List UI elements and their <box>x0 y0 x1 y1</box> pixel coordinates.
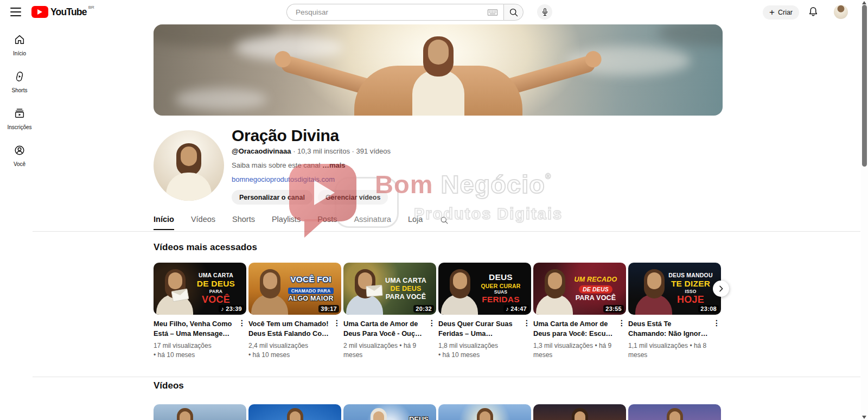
video-title[interactable]: Uma Carta de Amor de Deus para Você: Esc… <box>533 319 615 338</box>
notifications-button[interactable] <box>807 6 819 18</box>
sidebar-item-inscrições[interactable]: Inscrições <box>0 103 39 135</box>
video-thumbnail[interactable] <box>154 404 246 420</box>
voice-search-button[interactable] <box>537 4 552 20</box>
channel-external-link[interactable]: bomnegocioprodutosdigitais.com <box>232 175 335 183</box>
tab-posts[interactable]: Posts <box>317 215 337 230</box>
channel-tabs: InícioVídeosShortsPlaylistsPostsAssinatu… <box>154 215 449 230</box>
tab-início[interactable]: Início <box>154 215 174 230</box>
thumbnail-text: DEUSQUER CURARSUASFERIDAS <box>472 272 529 305</box>
manage-videos-button[interactable]: Gerenciar vídeos <box>318 190 388 205</box>
video-thumbnail[interactable]: VOCÊ FOICHAMADO PARAALGO MAIOR 39:17 <box>248 263 341 315</box>
tabs-search-icon[interactable] <box>439 215 449 227</box>
video-title[interactable]: Você Tem um Chamado! Deus Está Falando C… <box>248 319 330 338</box>
thumbnail-text: UMA CARTADE DEUSPARAVOCÊ <box>187 272 245 306</box>
create-button[interactable]: + Criar <box>763 5 799 20</box>
create-button-label: Criar <box>778 9 793 16</box>
video-meta: 2,4 mil visualizações • há 10 meses <box>248 341 341 360</box>
bell-icon <box>807 6 819 18</box>
tab-loja[interactable]: Loja <box>408 215 423 230</box>
video-title[interactable]: Deus Está Te Chamando: Não Ignore Essa M… <box>628 319 710 338</box>
channel-about-text: Saiba mais sobre este canal <box>232 161 322 169</box>
thumbnail-figure-face <box>180 411 190 420</box>
account-avatar[interactable] <box>834 5 848 19</box>
sidebar-item-início[interactable]: Início <box>0 29 39 61</box>
plus-icon: + <box>769 8 775 17</box>
video-title[interactable]: Deus Quer Curar Suas Feridas – Uma Mensa… <box>438 319 520 338</box>
sidebar-item-shorts[interactable]: Shorts <box>0 66 39 98</box>
thumbnail-text: DEUS <box>409 415 429 420</box>
you-icon <box>14 144 25 158</box>
carousel-next-button[interactable] <box>713 281 729 297</box>
avatar-figure-face <box>181 147 197 166</box>
youtube-logo[interactable]: YouTube BR <box>31 6 94 18</box>
thumbnail-figure-face <box>669 411 680 420</box>
search-icon <box>508 7 519 17</box>
search-box[interactable] <box>286 4 503 21</box>
video-menu-icon[interactable]: ⋮ <box>522 319 531 338</box>
watermark-registered-mark: ® <box>545 172 551 181</box>
sidebar-item-label: Shorts <box>12 87 28 93</box>
tab-shorts[interactable]: Shorts <box>232 215 255 230</box>
channel-description[interactable]: Saiba mais sobre este canal …mais <box>232 161 346 169</box>
video-duration-badge: 23:08 <box>698 305 719 313</box>
videos-grid-row: DEUS <box>154 404 724 420</box>
video-duration-badge: ♪ 23:39 <box>219 305 244 313</box>
channel-banner <box>154 24 723 116</box>
sidebar-item-label: Você <box>14 161 25 167</box>
more-link[interactable]: …mais <box>322 161 346 169</box>
subscriptions-icon <box>14 107 25 122</box>
video-meta: 2 mil visualizações • há 9 meses <box>343 341 436 360</box>
scrollbar-down-arrow-icon[interactable] <box>862 416 866 419</box>
video-duration-badge: 23:55 <box>603 305 624 313</box>
video-menu-icon[interactable]: ⋮ <box>712 319 721 338</box>
scrollbar-up-arrow-icon[interactable] <box>862 1 866 4</box>
channel-stats: · 10,3 mil inscritos · 391 vídeos <box>291 147 391 155</box>
video-meta: 17 mil visualizações • há 10 meses <box>154 341 246 360</box>
video-thumbnail[interactable] <box>248 404 341 420</box>
sidebar-item-você[interactable]: Você <box>0 139 39 172</box>
chevron-right-icon <box>717 284 725 293</box>
video-menu-icon[interactable]: ⋮ <box>617 319 626 338</box>
video-thumbnail[interactable]: DEUSQUER CURARSUASFERIDAS ♪ 24:47 <box>438 263 531 315</box>
tab-vídeos[interactable]: Vídeos <box>191 215 215 230</box>
channel-meta: @Oracaodivinaaa · 10,3 mil inscritos · 3… <box>232 147 391 155</box>
search-button[interactable] <box>503 4 524 21</box>
video-title[interactable]: Meu Filho, Venha Como Está – Uma Mensage… <box>154 319 235 338</box>
video-menu-icon[interactable]: ⋮ <box>333 319 341 338</box>
sidebar-item-label: Início <box>13 50 26 56</box>
video-thumbnail[interactable]: DEUS MANDOUTE DIZERISSOHOJE 23:08 <box>628 263 721 315</box>
thumbnail-text: UMA CARTADE DEUSPARA VOCÊ <box>377 277 435 301</box>
tab-playlists[interactable]: Playlists <box>272 215 301 230</box>
youtube-logo-text: YouTube <box>50 6 87 18</box>
tab-assinatura[interactable]: Assinatura <box>354 215 391 230</box>
scrollbar-thumb[interactable] <box>862 5 867 167</box>
keyboard-icon[interactable] <box>487 9 498 16</box>
search-input[interactable] <box>296 8 487 16</box>
featured-videos-row: UMA CARTADE DEUSPARAVOCÊ ♪ 23:39 Meu Fil… <box>154 263 724 360</box>
video-menu-icon[interactable]: ⋮ <box>238 319 246 338</box>
customize-channel-button[interactable]: Personalizar o canal <box>232 190 312 205</box>
video-duration-badge: 39:17 <box>318 305 339 313</box>
video-menu-icon[interactable]: ⋮ <box>427 319 436 338</box>
thumbnail-text: VOCÊ FOICHAMADO PARAALGO MAIOR <box>282 275 340 303</box>
page-scrollbar[interactable] <box>861 0 868 420</box>
video-card: UM RECADODE DEUSPARA VOCÊ 23:55 Uma Cart… <box>533 263 626 360</box>
video-duration-badge: 20:32 <box>413 305 434 313</box>
video-thumbnail[interactable] <box>533 404 626 420</box>
search-bar <box>286 4 524 21</box>
home-icon <box>14 34 25 48</box>
tabs-divider <box>33 231 860 232</box>
channel-avatar[interactable] <box>154 130 224 201</box>
video-thumbnail[interactable]: UM RECADODE DEUSPARA VOCÊ 23:55 <box>533 263 626 315</box>
menu-icon[interactable] <box>10 8 21 16</box>
thumbnail-figure-face <box>373 411 384 420</box>
video-thumbnail[interactable]: UMA CARTADE DEUSPARAVOCÊ ♪ 23:39 <box>154 263 246 315</box>
video-card: UMA CARTADE DEUSPARA VOCÊ 20:32 Uma Cart… <box>343 263 436 360</box>
video-meta: 1,8 mil visualizações • há 10 meses <box>438 341 531 360</box>
featured-section-title: Vídeos mais acessados <box>154 242 257 253</box>
video-title[interactable]: Uma Carta de Amor de Deus Para Você - Ou… <box>343 319 425 338</box>
video-thumbnail[interactable] <box>628 404 721 420</box>
video-thumbnail[interactable]: UMA CARTADE DEUSPARA VOCÊ 20:32 <box>343 263 436 315</box>
video-thumbnail[interactable]: DEUS <box>343 404 436 420</box>
video-thumbnail[interactable] <box>438 404 531 420</box>
